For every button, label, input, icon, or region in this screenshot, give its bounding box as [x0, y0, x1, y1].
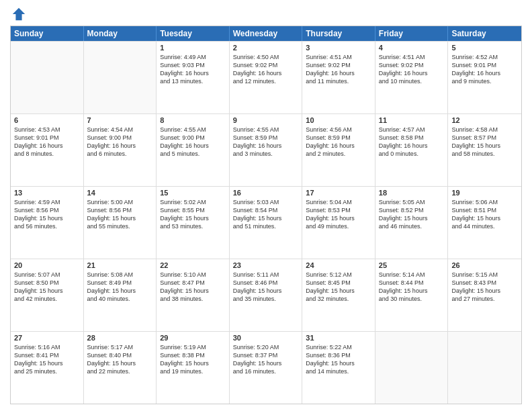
weekday-header-monday: Monday: [84, 26, 157, 41]
empty-cell-4-5: [375, 332, 449, 404]
day-info: Sunrise: 4:57 AM Sunset: 8:58 PM Dayligh…: [379, 126, 445, 158]
day-info: Sunrise: 5:14 AM Sunset: 8:44 PM Dayligh…: [379, 271, 445, 304]
day-info: Sunrise: 4:50 AM Sunset: 9:02 PM Dayligh…: [233, 53, 299, 86]
day-cell-28: 28Sunrise: 5:17 AM Sunset: 8:40 PM Dayli…: [84, 332, 157, 404]
day-number: 22: [160, 261, 226, 269]
day-info: Sunrise: 5:10 AM Sunset: 8:47 PM Dayligh…: [160, 271, 226, 304]
day-cell-31: 31Sunrise: 5:22 AM Sunset: 8:36 PM Dayli…: [302, 332, 375, 404]
day-cell-25: 25Sunrise: 5:14 AM Sunset: 8:44 PM Dayli…: [375, 259, 449, 331]
day-cell-15: 15Sunrise: 5:02 AM Sunset: 8:55 PM Dayli…: [157, 187, 230, 259]
day-cell-12: 12Sunrise: 4:58 AM Sunset: 8:57 PM Dayli…: [448, 114, 521, 186]
day-info: Sunrise: 5:02 AM Sunset: 8:55 PM Dayligh…: [160, 198, 226, 231]
day-cell-5: 5Sunrise: 4:52 AM Sunset: 9:01 PM Daylig…: [448, 42, 521, 113]
day-number: 27: [14, 334, 80, 342]
day-cell-9: 9Sunrise: 4:55 AM Sunset: 8:59 PM Daylig…: [230, 114, 303, 186]
day-info: Sunrise: 4:52 AM Sunset: 9:01 PM Dayligh…: [451, 53, 518, 86]
day-number: 19: [451, 189, 518, 197]
week-row-1: 1Sunrise: 4:49 AM Sunset: 9:03 PM Daylig…: [11, 41, 521, 113]
day-cell-10: 10Sunrise: 4:56 AM Sunset: 8:59 PM Dayli…: [302, 114, 375, 186]
day-number: 23: [233, 261, 299, 269]
calendar-body: 1Sunrise: 4:49 AM Sunset: 9:03 PM Daylig…: [11, 41, 521, 404]
logo-icon: [11, 7, 26, 21]
day-number: 21: [87, 261, 153, 269]
day-info: Sunrise: 4:54 AM Sunset: 9:00 PM Dayligh…: [87, 126, 153, 158]
day-number: 31: [306, 334, 371, 342]
day-cell-21: 21Sunrise: 5:08 AM Sunset: 8:49 PM Dayli…: [84, 259, 157, 331]
weekday-header-thursday: Thursday: [302, 26, 375, 41]
day-info: Sunrise: 5:04 AM Sunset: 8:53 PM Dayligh…: [306, 198, 371, 231]
day-cell-3: 3Sunrise: 4:51 AM Sunset: 9:02 PM Daylig…: [302, 42, 375, 113]
weekday-header-saturday: Saturday: [448, 26, 521, 41]
day-cell-24: 24Sunrise: 5:12 AM Sunset: 8:45 PM Dayli…: [302, 259, 375, 331]
day-info: Sunrise: 5:15 AM Sunset: 8:43 PM Dayligh…: [451, 271, 518, 304]
day-cell-30: 30Sunrise: 5:20 AM Sunset: 8:37 PM Dayli…: [230, 332, 303, 404]
day-info: Sunrise: 4:58 AM Sunset: 8:57 PM Dayligh…: [451, 126, 518, 158]
day-cell-17: 17Sunrise: 5:04 AM Sunset: 8:53 PM Dayli…: [302, 187, 375, 259]
day-info: Sunrise: 4:55 AM Sunset: 9:00 PM Dayligh…: [160, 126, 226, 158]
day-info: Sunrise: 5:16 AM Sunset: 8:41 PM Dayligh…: [14, 343, 80, 376]
weekday-header-wednesday: Wednesday: [230, 26, 303, 41]
day-cell-27: 27Sunrise: 5:16 AM Sunset: 8:41 PM Dayli…: [11, 332, 84, 404]
day-info: Sunrise: 4:56 AM Sunset: 8:59 PM Dayligh…: [306, 126, 371, 158]
day-number: 2: [233, 44, 299, 52]
day-number: 24: [306, 261, 371, 269]
day-number: 17: [306, 189, 371, 197]
weekday-header-sunday: Sunday: [11, 26, 84, 41]
day-info: Sunrise: 5:22 AM Sunset: 8:36 PM Dayligh…: [306, 343, 371, 376]
day-info: Sunrise: 4:51 AM Sunset: 9:02 PM Dayligh…: [379, 53, 445, 86]
day-info: Sunrise: 5:00 AM Sunset: 8:56 PM Dayligh…: [87, 198, 153, 231]
day-number: 15: [160, 189, 226, 197]
day-cell-26: 26Sunrise: 5:15 AM Sunset: 8:43 PM Dayli…: [448, 259, 521, 331]
day-number: 13: [14, 189, 80, 197]
day-cell-29: 29Sunrise: 5:19 AM Sunset: 8:38 PM Dayli…: [157, 332, 230, 404]
day-info: Sunrise: 4:59 AM Sunset: 8:56 PM Dayligh…: [14, 198, 80, 231]
day-number: 7: [87, 116, 153, 124]
day-cell-8: 8Sunrise: 4:55 AM Sunset: 9:00 PM Daylig…: [157, 114, 230, 186]
day-info: Sunrise: 4:55 AM Sunset: 8:59 PM Dayligh…: [233, 126, 299, 158]
day-cell-18: 18Sunrise: 5:05 AM Sunset: 8:52 PM Dayli…: [375, 187, 449, 259]
day-info: Sunrise: 5:08 AM Sunset: 8:49 PM Dayligh…: [87, 271, 153, 304]
day-info: Sunrise: 5:20 AM Sunset: 8:37 PM Dayligh…: [233, 343, 299, 376]
empty-cell-0-0: [11, 42, 84, 113]
svg-marker-0: [13, 8, 25, 20]
day-cell-11: 11Sunrise: 4:57 AM Sunset: 8:58 PM Dayli…: [375, 114, 449, 186]
day-cell-7: 7Sunrise: 4:54 AM Sunset: 9:00 PM Daylig…: [84, 114, 157, 186]
empty-cell-4-6: [448, 332, 521, 404]
day-number: 9: [233, 116, 299, 124]
day-info: Sunrise: 4:53 AM Sunset: 9:01 PM Dayligh…: [14, 126, 80, 158]
empty-cell-0-1: [84, 42, 157, 113]
day-number: 8: [160, 116, 226, 124]
day-number: 18: [379, 189, 445, 197]
day-number: 6: [14, 116, 80, 124]
logo: [10, 7, 26, 21]
day-info: Sunrise: 4:49 AM Sunset: 9:03 PM Dayligh…: [160, 53, 226, 86]
day-info: Sunrise: 5:12 AM Sunset: 8:45 PM Dayligh…: [306, 271, 371, 304]
weekday-header-friday: Friday: [375, 26, 449, 41]
weekday-header-tuesday: Tuesday: [157, 26, 230, 41]
day-cell-22: 22Sunrise: 5:10 AM Sunset: 8:47 PM Dayli…: [157, 259, 230, 331]
week-row-4: 20Sunrise: 5:07 AM Sunset: 8:50 PM Dayli…: [11, 259, 521, 331]
day-number: 11: [379, 116, 445, 124]
day-info: Sunrise: 5:05 AM Sunset: 8:52 PM Dayligh…: [379, 198, 445, 231]
day-number: 28: [87, 334, 153, 342]
day-cell-19: 19Sunrise: 5:06 AM Sunset: 8:51 PM Dayli…: [448, 187, 521, 259]
day-cell-23: 23Sunrise: 5:11 AM Sunset: 8:46 PM Dayli…: [230, 259, 303, 331]
day-cell-16: 16Sunrise: 5:03 AM Sunset: 8:54 PM Dayli…: [230, 187, 303, 259]
day-info: Sunrise: 5:17 AM Sunset: 8:40 PM Dayligh…: [87, 343, 153, 376]
day-cell-6: 6Sunrise: 4:53 AM Sunset: 9:01 PM Daylig…: [11, 114, 84, 186]
week-row-5: 27Sunrise: 5:16 AM Sunset: 8:41 PM Dayli…: [11, 331, 521, 404]
page: SundayMondayTuesdayWednesdayThursdayFrid…: [0, 0, 532, 411]
day-number: 20: [14, 261, 80, 269]
week-row-3: 13Sunrise: 4:59 AM Sunset: 8:56 PM Dayli…: [11, 186, 521, 259]
day-number: 16: [233, 189, 299, 197]
day-cell-14: 14Sunrise: 5:00 AM Sunset: 8:56 PM Dayli…: [84, 187, 157, 259]
day-number: 5: [451, 44, 518, 52]
day-cell-2: 2Sunrise: 4:50 AM Sunset: 9:02 PM Daylig…: [230, 42, 303, 113]
header: [10, 7, 522, 21]
day-number: 30: [233, 334, 299, 342]
day-cell-13: 13Sunrise: 4:59 AM Sunset: 8:56 PM Dayli…: [11, 187, 84, 259]
day-info: Sunrise: 5:19 AM Sunset: 8:38 PM Dayligh…: [160, 343, 226, 376]
calendar: SundayMondayTuesdayWednesdayThursdayFrid…: [10, 26, 522, 404]
day-number: 25: [379, 261, 445, 269]
week-row-2: 6Sunrise: 4:53 AM Sunset: 9:01 PM Daylig…: [11, 113, 521, 186]
